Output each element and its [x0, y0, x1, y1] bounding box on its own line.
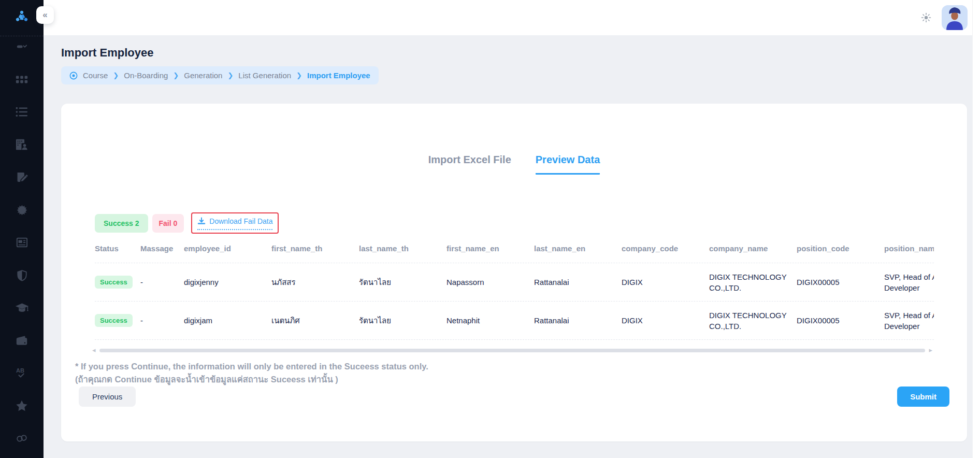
sidebar-item-security[interactable] [11, 268, 33, 282]
previous-button[interactable]: Previous [79, 387, 136, 407]
column-header-first-name-en: first_name_en [446, 244, 534, 253]
link-rings-icon [15, 433, 28, 443]
cell-company-name: DIGIX TECHNOLOGY CO.,LTD. [709, 271, 797, 293]
sidebar-item-favorite[interactable] [11, 398, 33, 413]
column-header-company-code: company_code [622, 244, 709, 253]
breadcrumb-target-icon [69, 71, 78, 80]
sidebar-item-register[interactable] [11, 170, 33, 184]
cell-first-name-en: Napassorn [446, 278, 534, 287]
cell-last-name-en: Rattanalai [534, 316, 622, 325]
status-badge: Success [95, 276, 133, 289]
cell-position-code: DIGIX00005 [797, 278, 884, 287]
download-highlight-box: Download Fail Data [191, 212, 279, 234]
scroll-left-icon[interactable]: ◂ [92, 348, 96, 352]
column-header-last-name-en: last_name_en [534, 244, 622, 253]
chevrons-left-icon: « [42, 10, 47, 20]
news-feed-icon [15, 237, 28, 248]
breadcrumb-item-import-employee: Import Employee [307, 71, 370, 80]
tab-preview-data[interactable]: Preview Data [536, 152, 600, 175]
chevron-right-icon: ❯ [296, 71, 302, 79]
cell-last-name-th: รัตนาไลย [359, 314, 446, 327]
column-header-last-name-th: last_name_th [359, 244, 446, 253]
sidebar-item-apps[interactable] [11, 72, 33, 87]
table-body: Success - digixjenny นภัสสร รัตนาไลย Nap… [95, 263, 934, 340]
note-line-en: * If you press Continue, the information… [75, 360, 953, 373]
sidebar-item-connect[interactable] [11, 431, 33, 446]
table-row: Success - digixjam เนตนภิศ รัตนาไลย Netn… [95, 302, 934, 340]
import-card: Import Excel File Preview Data Success 2… [61, 104, 967, 441]
theme-brightness-icon[interactable] [921, 12, 931, 23]
column-header-massage: Massage [140, 244, 184, 253]
chevron-right-icon: ❯ [113, 71, 119, 79]
table-row: Success - digixjenny นภัสสร รัตนาไลย Nap… [95, 263, 934, 302]
dashboard-mini-icon [17, 43, 27, 50]
breadcrumb-item-generation[interactable]: Generation [184, 71, 222, 80]
ab-test-check-icon: AB [16, 367, 28, 380]
chevron-right-icon: ❯ [173, 71, 179, 79]
fail-count-badge: Fail 0 [152, 214, 184, 233]
column-header-first-name-th: first_name_th [271, 244, 359, 253]
cell-company-name: DIGIX TECHNOLOGY CO.,LTD. [709, 310, 797, 332]
star-favorite-icon [15, 399, 28, 412]
scroll-right-icon[interactable]: ▸ [929, 348, 932, 352]
sidebar-item-dashboard[interactable] [11, 39, 33, 54]
preview-table: Status Massage employee_id first_name_th… [95, 234, 934, 340]
cell-first-name-th: นภัสสร [271, 276, 359, 289]
graduation-cap-icon [15, 302, 29, 314]
scrollbar-track[interactable] [99, 349, 926, 352]
table-header-row: Status Massage employee_id first_name_th… [95, 238, 934, 259]
breadcrumb-item-course[interactable]: Course [83, 71, 108, 80]
status-badge: Success [95, 314, 133, 327]
sidebar-item-abtest[interactable]: AB [11, 366, 33, 380]
cell-last-name-en: Rattanalai [534, 278, 622, 287]
page-title: Import Employee [61, 46, 972, 60]
summary-row: Success 2 Fail 0 Download Fail Data [95, 212, 953, 234]
breadcrumb-item-list-generation[interactable]: List Generation [238, 71, 291, 80]
column-header-employee-id: employee_id [184, 244, 271, 253]
cell-position-code: DIGIX00005 [797, 316, 884, 325]
download-fail-data-label: Download Fail Data [209, 217, 272, 225]
sidebar-collapse-button[interactable]: « [36, 6, 54, 24]
sidebar-item-list[interactable] [11, 105, 33, 119]
chevron-right-icon: ❯ [227, 71, 233, 79]
tab-bar: Import Excel File Preview Data [75, 152, 953, 175]
cell-company-code: DIGIX [622, 278, 709, 287]
security-shield-icon [16, 269, 28, 282]
continue-note: * If you press Continue, the information… [75, 360, 953, 386]
sidebar-item-company[interactable] [11, 137, 33, 152]
breadcrumb-item-onboarding[interactable]: On-Boarding [124, 71, 168, 80]
company-building-icon [15, 138, 28, 151]
tab-import-excel-file[interactable]: Import Excel File [428, 152, 511, 167]
cell-company-code: DIGIX [622, 316, 709, 325]
cell-employee-id: digixjam [184, 316, 271, 325]
sidebar-item-wallet[interactable] [11, 333, 33, 348]
cell-position-name: SVP, Head of A Developer [884, 310, 934, 332]
cell-employee-id: digixjenny [184, 278, 271, 287]
sidebar-nav: AB [0, 36, 44, 458]
top-header [44, 0, 980, 35]
submit-button[interactable]: Submit [897, 387, 949, 407]
sidebar: AB [0, 0, 44, 458]
table-horizontal-scrollbar[interactable]: ◂ ▸ [92, 348, 932, 352]
download-icon [197, 217, 206, 225]
main-content: Import Employee Course ❯ On-Boarding ❯ G… [44, 35, 972, 458]
sidebar-item-news[interactable] [11, 235, 33, 250]
note-line-th: (ถ้าคุณกด Continue ข้อมูลจะน้ำเข้าข้อมูล… [75, 373, 953, 386]
register-edit-icon [16, 171, 28, 183]
cell-first-name-th: เนตนภิศ [271, 314, 359, 327]
user-avatar[interactable] [942, 5, 968, 30]
column-header-position-name: position_name [884, 244, 934, 253]
badge-seal-icon [16, 204, 28, 217]
cell-last-name-th: รัตนาไลย [359, 276, 446, 289]
column-header-position-code: position_code [797, 244, 884, 253]
success-count-badge: Success 2 [95, 214, 148, 233]
sidebar-item-learning[interactable] [11, 300, 33, 315]
download-fail-data-link[interactable]: Download Fail Data [197, 217, 272, 230]
wallet-icon [15, 335, 28, 346]
sidebar-item-badge[interactable] [11, 203, 33, 217]
page-vertical-scrollbar[interactable] [972, 0, 980, 458]
apps-grid-icon [15, 74, 28, 84]
breadcrumb: Course ❯ On-Boarding ❯ Generation ❯ List… [61, 66, 379, 84]
brand-logo-icon [14, 9, 30, 27]
cell-first-name-en: Netnaphit [446, 316, 534, 325]
